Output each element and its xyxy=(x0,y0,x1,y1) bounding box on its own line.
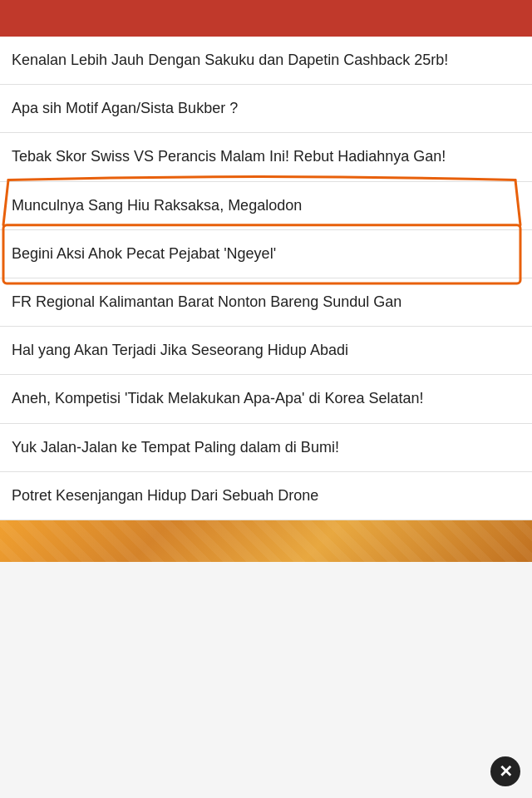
thread-item-text-3: Tebak Skor Swiss VS Perancis Malam Ini! … xyxy=(12,148,446,165)
thread-item-6[interactable]: FR Regional Kalimantan Barat Nonton Bare… xyxy=(0,278,532,327)
thread-list: Kenalan Lebih Jauh Dengan Sakuku dan Dap… xyxy=(0,37,532,520)
thread-item-text-5: Begini Aksi Ahok Pecat Pejabat 'Ngeyel' xyxy=(12,245,276,262)
thread-item-7[interactable]: Hal yang Akan Terjadi Jika Seseorang Hid… xyxy=(0,327,532,375)
thread-item-text-8: Aneh, Kompetisi 'Tidak Melakukan Apa-Apa… xyxy=(12,390,424,406)
thread-item-1[interactable]: Kenalan Lebih Jauh Dengan Sakuku dan Dap… xyxy=(0,37,532,85)
thread-item-3[interactable]: Tebak Skor Swiss VS Perancis Malam Ini! … xyxy=(0,133,532,181)
thread-item-text-9: Yuk Jalan-Jalan ke Tempat Paling dalam d… xyxy=(12,439,339,456)
thread-item-text-10: Potret Kesenjangan Hidup Dari Sebuah Dro… xyxy=(12,487,318,504)
thread-item-text-6: FR Regional Kalimantan Barat Nonton Bare… xyxy=(12,293,401,310)
app-container: Kenalan Lebih Jauh Dengan Sakuku dan Dap… xyxy=(0,0,532,562)
thread-item-2[interactable]: Apa sih Motif Agan/Sista Bukber ? xyxy=(0,85,532,133)
thread-item-text-7: Hal yang Akan Terjadi Jika Seseorang Hid… xyxy=(12,342,348,358)
thread-item-5[interactable]: Begini Aksi Ahok Pecat Pejabat 'Ngeyel' xyxy=(0,230,532,278)
thread-item-text-4: Munculnya Sang Hiu Raksaksa, Megalodon xyxy=(12,197,302,214)
bottom-image-strip xyxy=(0,520,532,562)
thread-list-container: Kenalan Lebih Jauh Dengan Sakuku dan Dap… xyxy=(0,37,532,520)
thread-item-8[interactable]: Aneh, Kompetisi 'Tidak Melakukan Apa-Apa… xyxy=(0,375,532,423)
thread-item-text-2: Apa sih Motif Agan/Sista Bukber ? xyxy=(12,100,238,116)
thread-item-10[interactable]: Potret Kesenjangan Hidup Dari Sebuah Dro… xyxy=(0,472,532,520)
close-icon: ✕ xyxy=(499,763,513,780)
thread-item-9[interactable]: Yuk Jalan-Jalan ke Tempat Paling dalam d… xyxy=(0,424,532,472)
header xyxy=(0,0,532,37)
thread-item-4[interactable]: Munculnya Sang Hiu Raksaksa, Megalodon xyxy=(0,182,532,230)
thread-item-text-1: Kenalan Lebih Jauh Dengan Sakuku dan Dap… xyxy=(12,52,448,68)
close-button[interactable]: ✕ xyxy=(490,756,520,786)
